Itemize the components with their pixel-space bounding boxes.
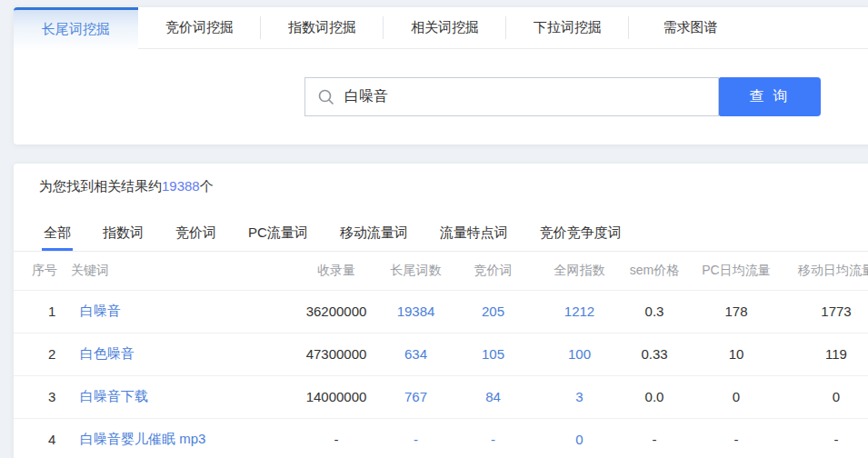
keyword-link[interactable]: 白噪音下载 — [64, 375, 291, 418]
tab-label: 需求图谱 — [663, 19, 718, 36]
tab-dropdownword-mining[interactable]: 下拉词挖掘 — [506, 7, 629, 48]
search-bar: 查 询 — [304, 77, 821, 116]
tab-label: 长尾词挖掘 — [42, 21, 110, 38]
cell-mobile-daily-traffic: 0 — [786, 375, 868, 418]
cell-web-index[interactable]: 3 — [536, 375, 623, 418]
keyword-link[interactable]: 白色噪音 — [64, 333, 291, 375]
search-input-wrapper[interactable] — [304, 77, 719, 116]
results-card: 为您找到相关结果约19388个 全部 指数词 竞价词 PC流量词 移动流量词 流… — [14, 164, 868, 458]
search-icon — [317, 88, 335, 106]
col-header-pc-daily-traffic: PC日均流量 — [686, 252, 786, 290]
cell-indexed-pages: 36200000 — [291, 290, 382, 333]
cell-bidwords[interactable]: - — [450, 418, 536, 458]
cell-index: 2 — [14, 333, 64, 375]
cell-bidwords[interactable]: 205 — [450, 290, 536, 333]
search-card: 长尾词挖掘 竞价词挖掘 指数词挖掘 相关词挖掘 下拉词挖掘 需求图谱 查 询 — [14, 7, 868, 144]
top-tabbar: 长尾词挖掘 竞价词挖掘 指数词挖掘 相关词挖掘 下拉词挖掘 需求图谱 — [14, 7, 868, 49]
cell-mobile-daily-traffic: - — [786, 418, 868, 458]
cell-mobile-daily-traffic: 1773 — [786, 290, 868, 333]
cell-pc-daily-traffic: 10 — [686, 333, 786, 375]
col-header-mobile-daily-traffic: 移动日均流量 — [786, 252, 868, 290]
keyword-table: 序号 关键词 收录量 长尾词数 竞价词 全网指数 sem价格 PC日均流量 移动… — [14, 252, 868, 458]
table-row: 1 白噪音 36200000 19384 205 1212 0.3 178 17… — [14, 290, 868, 333]
tab-label: 相关词挖掘 — [411, 19, 479, 36]
tab-indexword-mining[interactable]: 指数词挖掘 — [261, 7, 384, 48]
cell-pc-daily-traffic: 178 — [686, 290, 786, 333]
cell-longtail-count[interactable]: 634 — [382, 333, 450, 375]
table-row: 2 白色噪音 47300000 634 105 100 0.33 10 119 — [14, 333, 868, 375]
table-row: 4 白噪音婴儿催眠 mp3 - - - 0 - - - — [14, 418, 868, 458]
cell-index: 3 — [14, 375, 64, 418]
tab-relatedword-mining[interactable]: 相关词挖掘 — [384, 7, 506, 48]
cell-sem-price: 0.0 — [623, 375, 686, 418]
col-header-longtail-count: 长尾词数 — [382, 252, 450, 290]
query-button[interactable]: 查 询 — [719, 77, 821, 116]
col-header-bidwords: 竞价词 — [450, 252, 536, 290]
cell-longtail-count[interactable]: - — [382, 418, 450, 458]
filter-tab-pc-traffic[interactable]: PC流量词 — [248, 215, 308, 251]
cell-indexed-pages: - — [291, 418, 382, 458]
filter-tab-bid-competition[interactable]: 竞价竞争度词 — [540, 215, 622, 251]
cell-indexed-pages: 47300000 — [291, 333, 382, 375]
cell-sem-price: - — [623, 418, 686, 458]
cell-bidwords[interactable]: 84 — [450, 375, 536, 418]
keyword-link[interactable]: 白噪音婴儿催眠 mp3 — [64, 418, 291, 458]
keyword-link[interactable]: 白噪音 — [64, 290, 291, 333]
filter-tab-bidwords[interactable]: 竞价词 — [175, 215, 216, 251]
cell-indexed-pages: 14000000 — [291, 375, 382, 418]
cell-mobile-daily-traffic: 119 — [786, 333, 868, 375]
cell-sem-price: 0.3 — [623, 290, 686, 333]
col-header-keyword: 关键词 — [64, 252, 291, 290]
filter-tab-traffic-feature[interactable]: 流量特点词 — [440, 215, 508, 251]
search-input[interactable] — [344, 89, 718, 105]
cell-web-index[interactable]: 100 — [536, 333, 623, 375]
filter-tabbar: 全部 指数词 竞价词 PC流量词 移动流量词 流量特点词 竞价竞争度词 — [14, 215, 868, 252]
result-count-value: 19388 — [162, 178, 200, 194]
tab-label: 指数词挖掘 — [288, 19, 356, 36]
cell-index: 4 — [14, 418, 64, 458]
col-header-sem-price: sem价格 — [623, 252, 686, 290]
col-header-indexed-pages: 收录量 — [291, 252, 382, 290]
filter-tab-indexwords[interactable]: 指数词 — [103, 215, 144, 251]
cell-index: 1 — [14, 290, 64, 333]
tab-demand-graph[interactable]: 需求图谱 — [629, 7, 752, 48]
filter-tab-mobile-traffic[interactable]: 移动流量词 — [340, 215, 408, 251]
cell-bidwords[interactable]: 105 — [450, 333, 536, 375]
tab-longtail-mining[interactable]: 长尾词挖掘 — [14, 7, 138, 49]
table-row: 3 白噪音下载 14000000 767 84 3 0.0 0 0 — [14, 375, 868, 418]
cell-longtail-count[interactable]: 767 — [382, 375, 450, 418]
cell-pc-daily-traffic: 0 — [686, 375, 786, 418]
tab-label: 下拉词挖掘 — [534, 19, 602, 36]
cell-sem-price: 0.33 — [623, 333, 686, 375]
result-count-suffix: 个 — [200, 178, 214, 194]
table-header-row: 序号 关键词 收录量 长尾词数 竞价词 全网指数 sem价格 PC日均流量 移动… — [14, 252, 868, 290]
tab-label: 竞价词挖掘 — [165, 19, 234, 36]
col-header-web-index: 全网指数 — [536, 252, 623, 290]
result-count-line: 为您找到相关结果约19388个 — [39, 178, 214, 195]
cell-web-index[interactable]: 0 — [536, 418, 623, 458]
col-header-index: 序号 — [14, 252, 64, 290]
result-count-prefix: 为您找到相关结果约 — [39, 178, 162, 194]
cell-pc-daily-traffic: - — [686, 418, 786, 458]
tab-bidword-mining[interactable]: 竞价词挖掘 — [138, 7, 261, 48]
cell-longtail-count[interactable]: 19384 — [382, 290, 450, 333]
filter-tab-all[interactable]: 全部 — [44, 215, 71, 251]
cell-web-index[interactable]: 1212 — [536, 290, 623, 333]
